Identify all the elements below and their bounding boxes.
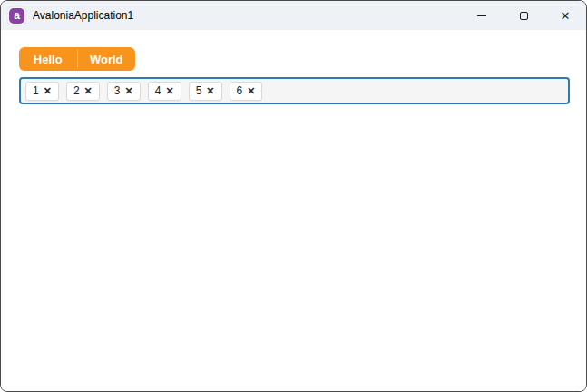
tag-chip-6[interactable]: 6 ✕ [230, 82, 263, 101]
maximize-button[interactable] [503, 1, 544, 30]
window-title: AvaloniaApplication1 [33, 9, 133, 22]
tag-remove-icon[interactable]: ✕ [206, 86, 214, 96]
tab-world-label: World [90, 53, 123, 66]
tag-value: 1 [33, 85, 39, 96]
app-window: a AvaloniaApplication1 ✕ Hello World [0, 0, 587, 392]
tag-chip-1[interactable]: 1 ✕ [25, 82, 59, 101]
title-bar[interactable]: a AvaloniaApplication1 ✕ [1, 1, 586, 30]
tag-chip-5[interactable]: 5 ✕ [189, 82, 222, 101]
window-content: Hello World 1 ✕ 2 ✕ 3 ✕ 4 ✕ [1, 30, 586, 391]
tag-value: 4 [155, 85, 161, 96]
maximize-icon [520, 12, 528, 20]
tab-strip: Hello World [19, 47, 135, 71]
tag-remove-icon[interactable]: ✕ [44, 86, 52, 96]
tag-remove-icon[interactable]: ✕ [84, 86, 93, 96]
tag-chip-4[interactable]: 4 ✕ [148, 82, 181, 101]
tag-remove-icon[interactable]: ✕ [125, 86, 133, 96]
tab-world[interactable]: World [78, 47, 136, 71]
tab-hello-label: Hello [34, 53, 63, 66]
tab-hello[interactable]: Hello [19, 47, 77, 71]
tag-value: 3 [114, 85, 121, 96]
window-controls: ✕ [461, 1, 586, 30]
close-icon: ✕ [561, 10, 571, 22]
minimize-button[interactable] [461, 1, 503, 30]
tag-chip-2[interactable]: 2 ✕ [66, 82, 100, 101]
tags-input[interactable]: 1 ✕ 2 ✕ 3 ✕ 4 ✕ 5 ✕ 6 ✕ [19, 77, 570, 104]
tag-value: 5 [196, 85, 202, 96]
tag-value: 6 [237, 85, 243, 96]
minimize-icon [477, 15, 486, 16]
avalonia-logo-letter: a [14, 10, 20, 21]
tag-remove-icon[interactable]: ✕ [247, 86, 255, 96]
tag-value: 2 [73, 85, 80, 96]
tag-remove-icon[interactable]: ✕ [165, 86, 173, 96]
tag-chip-3[interactable]: 3 ✕ [107, 82, 141, 101]
close-button[interactable]: ✕ [544, 1, 586, 30]
avalonia-logo-icon: a [9, 8, 24, 24]
